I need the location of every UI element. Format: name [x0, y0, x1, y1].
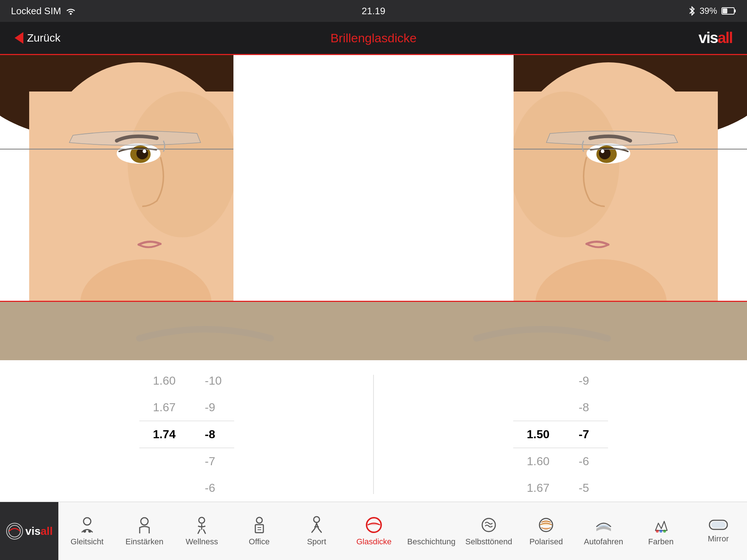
svg-point-28 — [84, 518, 91, 525]
polarised-icon — [537, 516, 555, 534]
svg-point-24 — [601, 149, 604, 153]
svg-point-30 — [88, 530, 91, 533]
mirror-icon — [708, 518, 728, 531]
left-row-2: 1.74 -8 — [139, 421, 234, 448]
glasdicke-icon — [365, 516, 383, 534]
center-panel — [233, 55, 514, 302]
autofahren-label: Autofahren — [584, 537, 623, 547]
right-scrollable[interactable]: -9 -8 1.50 -7 1.60 -6 1.67 -5 — [513, 368, 608, 501]
bluetooth-icon — [689, 6, 695, 16]
carrier-text: Locked SIM — [11, 5, 61, 17]
selbsttoenend-icon — [480, 516, 498, 534]
tab-einstaerken[interactable]: Einstärken — [116, 502, 173, 560]
tab-beschichtung[interactable]: Beschichtung — [403, 502, 460, 560]
svg-rect-34 — [255, 525, 263, 533]
wellness-label: Wellness — [186, 537, 218, 547]
status-right: 39% — [689, 6, 736, 16]
svg-point-31 — [141, 518, 148, 525]
status-bar: Locked SIM 21.19 39% — [0, 0, 747, 22]
left-row-4: -6 — [139, 475, 234, 501]
right-row-0: -9 — [513, 368, 608, 394]
tab-bar: visall Gleitsicht Einstärken Wellness — [0, 502, 747, 560]
right-power-0: -9 — [579, 374, 608, 388]
svg-point-37 — [314, 517, 320, 522]
svg-point-19 — [514, 92, 619, 237]
svg-point-29 — [83, 530, 86, 533]
einstaerken-label: Einstärken — [125, 537, 163, 547]
battery-text: 39% — [700, 6, 717, 16]
right-power-4: -5 — [579, 481, 608, 495]
right-power-1: -8 — [579, 401, 608, 414]
right-power-3: -6 — [579, 455, 608, 468]
left-face-svg — [0, 55, 233, 302]
einstaerken-icon — [135, 516, 154, 534]
wellness-icon — [193, 516, 211, 534]
tab-office[interactable]: Office — [231, 502, 288, 560]
brand-logo: visall — [698, 29, 732, 47]
logo-accent: all — [717, 29, 732, 46]
nav-bar: Zurück Brillenglasdicke visall — [0, 22, 747, 54]
right-index-3: 1.60 — [513, 455, 550, 468]
right-row-1: -8 — [513, 394, 608, 421]
right-face-panel — [514, 55, 747, 302]
left-face-panel — [0, 55, 233, 302]
back-arrow-icon — [15, 32, 23, 44]
tab-glasdicke[interactable]: Glasdicke — [345, 502, 403, 560]
svg-point-33 — [256, 517, 262, 523]
beschichtung-icon — [422, 516, 441, 534]
tab-sport[interactable]: Sport — [288, 502, 345, 560]
left-data-column: 1.60 -10 1.67 -9 1.74 -8 -7 -6 — [0, 368, 373, 501]
selbsttoenend-label: Selbsttönend — [465, 537, 512, 547]
right-power-2: -7 — [579, 428, 608, 441]
tab-wellness[interactable]: Wellness — [173, 502, 231, 560]
left-power-1: -9 — [205, 401, 234, 414]
left-row-0: 1.60 -10 — [139, 368, 234, 394]
svg-point-46 — [663, 530, 666, 533]
visall-logo-icon — [5, 522, 24, 540]
polarised-label: Polarised — [529, 537, 563, 547]
sport-label: Sport — [307, 537, 326, 547]
gleitsicht-label: Gleitsicht — [70, 537, 103, 547]
face-image-area — [0, 54, 747, 302]
left-row-1: 1.67 -9 — [139, 394, 234, 421]
battery-icon — [721, 7, 736, 15]
left-power-2: -8 — [205, 428, 234, 441]
autofahren-icon — [595, 516, 613, 534]
svg-point-13 — [143, 149, 146, 153]
left-index-1: 1.67 — [139, 401, 176, 414]
svg-rect-48 — [711, 522, 725, 528]
tab-selbsttoenend[interactable]: Selbsttönend — [460, 502, 517, 560]
office-icon — [250, 516, 268, 534]
right-index-4: 1.67 — [513, 481, 550, 495]
tab-mirror[interactable]: Mirror — [690, 502, 747, 560]
tab-autofahren[interactable]: Autofahren — [575, 502, 632, 560]
glasdicke-label: Glasdicke — [356, 537, 392, 547]
tab-bar-logo: visall — [0, 502, 58, 560]
svg-point-44 — [656, 530, 659, 533]
tab-farben[interactable]: Farben — [632, 502, 689, 560]
sport-icon — [307, 516, 326, 534]
mirror-label: Mirror — [708, 534, 729, 544]
logo-text: vis — [698, 29, 717, 46]
svg-rect-2 — [734, 9, 736, 12]
tab-polarised[interactable]: Polarised — [518, 502, 575, 560]
svg-point-42 — [482, 518, 495, 532]
svg-point-0 — [70, 13, 72, 15]
farben-icon — [652, 516, 670, 534]
left-index-2: 1.74 — [139, 428, 176, 441]
tab-logo-image: visall — [5, 522, 53, 540]
tab-gleitsicht[interactable]: Gleitsicht — [58, 502, 116, 560]
office-label: Office — [249, 537, 270, 547]
prescription-data-section: 1.60 -10 1.67 -9 1.74 -8 -7 -6 — [0, 360, 747, 509]
right-index-2: 1.50 — [513, 428, 550, 441]
right-data-column: -9 -8 1.50 -7 1.60 -6 1.67 -5 — [374, 368, 747, 501]
beschichtung-label: Beschichtung — [407, 537, 456, 547]
right-lens-shape — [469, 316, 615, 346]
page-title: Brillenglasdicke — [330, 31, 417, 45]
left-scrollable[interactable]: 1.60 -10 1.67 -9 1.74 -8 -7 -6 — [139, 368, 234, 501]
gleitsicht-icon — [78, 516, 96, 534]
back-button[interactable]: Zurück — [15, 32, 61, 44]
left-power-0: -10 — [205, 374, 234, 388]
wifi-icon — [65, 7, 76, 15]
left-index-0: 1.60 — [139, 374, 176, 388]
